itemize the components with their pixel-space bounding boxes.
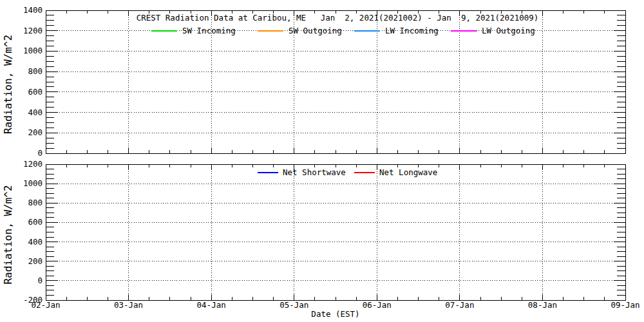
x-tick-label: 02-Jan xyxy=(31,300,60,310)
plot-frame xyxy=(46,164,625,300)
y-tick-label: 1200 xyxy=(23,159,43,169)
y-axis-title: Radiation, W/m^2 xyxy=(2,185,14,284)
y-tick-label: 0 xyxy=(37,148,43,158)
x-tick-label: 07-Jan xyxy=(445,300,474,310)
x-tick-label: 03-Jan xyxy=(114,300,143,310)
panel-bottom: -20002004006008001000120002-Jan03-Jan04-… xyxy=(2,159,640,319)
y-tick-label: 1000 xyxy=(23,46,43,55)
y-tick-label: 600 xyxy=(28,87,43,97)
y-tick-label: 200 xyxy=(28,256,43,266)
y-tick-label: 400 xyxy=(28,108,43,117)
radiation-plot-screenshot: 0200400600800100012001400Radiation, W/m^… xyxy=(0,0,644,322)
y-tick-label: 400 xyxy=(28,237,43,247)
y-tick-label: 200 xyxy=(28,128,43,137)
x-tick-label: 08-Jan xyxy=(528,300,557,310)
legend-label: LW Incoming xyxy=(385,26,439,35)
y-tick-label: 600 xyxy=(28,217,43,227)
radiation-dual-panel-chart: 0200400600800100012001400Radiation, W/m^… xyxy=(0,0,644,322)
x-tick-label: 06-Jan xyxy=(363,300,392,310)
y-tick-label: 0 xyxy=(37,276,43,285)
x-tick-label: 04-Jan xyxy=(197,300,226,310)
y-tick-label: 800 xyxy=(28,66,43,76)
x-tick-label: 05-Jan xyxy=(279,300,308,310)
chart-title: CREST Radiation Data at Caribou, ME Jan … xyxy=(137,13,539,23)
panel-top: 0200400600800100012001400Radiation, W/m^… xyxy=(2,5,625,158)
y-tick-label: 800 xyxy=(28,198,43,207)
legend-label: SW Outgoing xyxy=(289,26,342,35)
legend-label: Net Longwave xyxy=(379,167,437,177)
y-tick-label: 1400 xyxy=(23,5,43,15)
y-tick-label: 1000 xyxy=(23,178,43,188)
legend-label: LW Outgoing xyxy=(482,26,535,35)
legend-label: SW Incoming xyxy=(182,26,236,35)
legend-label: Net Shortwave xyxy=(283,167,346,177)
x-tick-label: 09-Jan xyxy=(611,300,639,310)
y-axis-title: Radiation, W/m^2 xyxy=(2,35,14,134)
y-tick-label: 1200 xyxy=(23,26,43,35)
x-axis-title: Date (EST) xyxy=(311,309,359,319)
